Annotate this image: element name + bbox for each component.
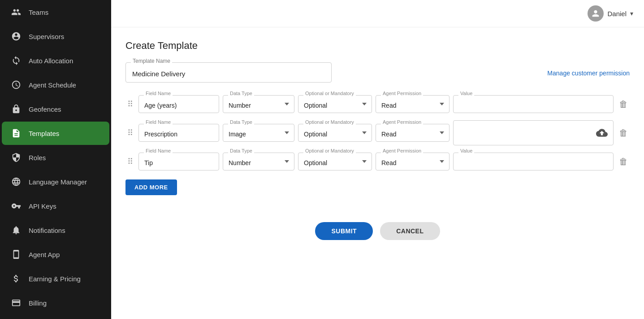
data-type-label-2: Data Type [228,119,254,125]
sidebar-item-label-geofences: Geofences [29,105,61,113]
header: Daniel ▾ [111,0,644,27]
sidebar-item-agent-app[interactable]: Agent App [2,243,109,266]
sidebar-item-teams[interactable]: Teams [2,0,109,24]
value-group-2[interactable] [453,120,614,145]
field-name-label-1: Field Name [144,91,173,96]
sidebar-item-billing[interactable]: Billing [2,291,109,315]
opt-mandatory-select-3[interactable]: Optional Mandatory [298,153,372,170]
sidebar-item-label-templates: Templates [29,130,59,137]
data-type-group-1: Data Type Number Image Text Date [223,95,294,113]
opt-mandatory-label-2: Optional or Mandatory [303,119,356,125]
sidebar-item-label-notifications: Notifications [29,227,65,234]
template-name-section: Template Name Manage customer permission [125,62,630,83]
sidebar-item-label-roles: Roles [29,154,46,162]
field-name-label-2: Field Name [144,119,173,125]
submit-button[interactable]: SUBMIT [315,222,373,240]
table-row: ⠿ Field Name Data Type Number Image Text… [125,153,630,170]
form-actions: SUBMIT CANCEL [125,222,630,240]
manage-customer-permission-link[interactable]: Manage customer permission [547,70,630,77]
user-name: Daniel [607,10,627,17]
sidebar-item-supervisors[interactable]: Supervisors [2,25,109,48]
delete-button-3[interactable]: 🗑 [617,155,630,169]
sidebar-item-agent-schedule[interactable]: Agent Schedule [2,73,109,96]
cancel-button[interactable]: CANCEL [380,222,440,240]
agent-perm-select-3[interactable]: Read Write None [376,153,450,170]
value-label-3: Value [458,148,474,153]
opt-mandatory-group-3: Optional or Mandatory Optional Mandatory [298,153,372,170]
value-input-1[interactable] [453,95,614,113]
sidebar-item-api-keys[interactable]: API Keys [2,194,109,218]
opt-mandatory-group-2: Optional or Mandatory Optional Mandatory [298,124,372,142]
sidebar-item-auto-allocation[interactable]: Auto Allocation [2,49,109,72]
agent-perm-label-2: Agent Permission [381,119,423,125]
opt-mandatory-select-2[interactable]: Optional Mandatory [298,124,372,142]
field-name-group-1: Field Name [138,95,219,113]
field-name-input-2[interactable] [138,124,219,142]
data-type-label-3: Data Type [228,148,254,153]
sidebar-item-label-agent-app: Agent App [29,251,60,258]
sidebar-item-geofences[interactable]: Geofences [2,97,109,121]
geofence-icon [11,104,22,114]
upload-area-2[interactable] [453,120,614,145]
sidebar-item-earning-pricing[interactable]: Earning & Pricing [2,267,109,290]
drag-handle[interactable]: ⠿ [125,99,135,109]
template-name-label: Template Name [131,58,172,64]
key-icon [11,201,22,211]
opt-mandatory-label-3: Optional or Mandatory [303,148,356,153]
delete-button-1[interactable]: 🗑 [617,97,630,111]
dollar-icon [11,273,22,284]
data-type-group-2: Data Type Number Image Text Date [223,124,294,142]
opt-mandatory-group-1: Optional or Mandatory Optional Mandatory [298,95,372,113]
user-info[interactable]: Daniel ▾ [588,5,633,22]
data-type-select-2[interactable]: Number Image Text Date [223,124,294,142]
value-input-3[interactable] [453,153,614,170]
agent-perm-group-1: Agent Permission Read Write None [376,95,450,113]
phone-icon [11,249,22,260]
drag-handle[interactable]: ⠿ [125,128,135,138]
data-type-select-1[interactable]: Number Image Text Date [223,95,294,113]
sidebar-item-label-auto-allocation: Auto Allocation [29,57,73,65]
chevron-down-icon: ▾ [630,10,633,17]
opt-mandatory-label-1: Optional or Mandatory [303,91,356,96]
field-name-group-2: Field Name [138,124,219,142]
sidebar-item-roles[interactable]: Roles [2,146,109,169]
add-more-button[interactable]: ADD MORE [125,179,177,195]
card-icon [11,297,22,308]
sidebar-item-label-api-keys: API Keys [29,202,56,210]
roles-icon [11,152,22,163]
agent-perm-group-3: Agent Permission Read Write None [376,153,450,170]
drag-handle[interactable]: ⠿ [125,157,135,166]
field-name-input-1[interactable] [138,95,219,113]
sidebar-item-templates[interactable]: Templates [2,122,109,145]
data-type-label-1: Data Type [228,91,254,96]
sidebar-item-label-language-manager: Language Manager [29,178,87,186]
field-name-input-3[interactable] [138,153,219,170]
agent-perm-group-2: Agent Permission Read Write None [376,124,450,142]
template-name-input[interactable] [125,62,332,83]
delete-button-2[interactable]: 🗑 [617,126,630,140]
agent-perm-label-1: Agent Permission [381,91,423,96]
avatar [588,5,604,22]
opt-mandatory-select-1[interactable]: Optional Mandatory [298,95,372,113]
sidebar-item-notifications[interactable]: Notifications [2,218,109,242]
sidebar-item-help-center[interactable]: Help Center [2,315,109,319]
page-title: Create Template [125,40,630,52]
language-icon [11,176,22,187]
page-body: Create Template Template Name Manage cus… [111,27,644,253]
value-group-3: Value [453,153,614,170]
template-name-wrapper: Template Name [125,62,332,83]
agent-perm-label-3: Agent Permission [381,148,423,153]
table-row: ⠿ Field Name Data Type Number Image Text… [125,95,630,113]
sidebar-item-language-manager[interactable]: Language Manager [2,170,109,193]
templates-icon [11,128,22,139]
data-type-select-3[interactable]: Number Image Text Date [223,153,294,170]
sidebar-item-label-supervisors: Supervisors [29,33,64,40]
agent-perm-select-1[interactable]: Read Write None [376,95,450,113]
sidebar-item-label-agent-schedule: Agent Schedule [29,81,76,89]
field-name-group-3: Field Name [138,153,219,170]
agent-perm-select-2[interactable]: Read Write None [376,124,450,142]
value-label-1: Value [458,91,474,96]
sidebar-item-label-billing: Billing [29,299,47,307]
data-type-group-3: Data Type Number Image Text Date [223,153,294,170]
fields-table: ⠿ Field Name Data Type Number Image Text… [125,95,630,170]
